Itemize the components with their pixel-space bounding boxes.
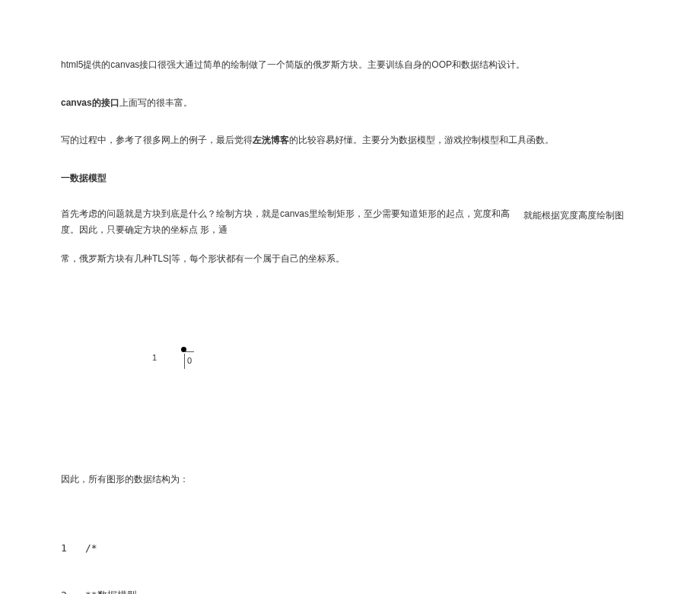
section-1-body-a: 首先考虑的问题就是方块到底是什么？绘制方块，就是canvas里绘制矩形，至少需要… (61, 208, 510, 236)
code-block: 1/* 2**数据模型 3*/ 4 5//各种形状的编 号,0 代表没有形状 6… (61, 509, 639, 594)
section-1-heading: 一数据模型 (61, 172, 639, 185)
intro-p3-a: 写的过程中，参考了很多网上的例子，最后觉得 (61, 135, 253, 145)
intro-paragraph-2: canvas的接口上面写的很丰富。 (61, 95, 639, 112)
code-line: 1/* (61, 541, 639, 557)
intro-paragraph-1: html5提供的canvas接口很强大通过简单的绘制做了一个简版的俄罗斯方块。主… (61, 57, 639, 74)
intro-paragraph-3: 写的过程中，参考了很多网上的例子，最后觉得左洸博客的比较容易好懂。主要分为数据模… (61, 132, 639, 149)
intro-p2-rest: 上面写的很丰富。 (119, 97, 192, 108)
intro-p3-b: 的比较容易好懂。主要分为数据模型，游戏控制模型和工具函数。 (289, 135, 554, 145)
coordinate-figure: 1 0 (61, 289, 639, 441)
axis-label-1: 1 (152, 353, 157, 362)
axis-tick-v (184, 354, 185, 369)
section-1-body-b: 常，俄罗斯方块有几种TLS|等，每个形状都有一个属于自己的坐标系。 (61, 251, 639, 268)
section-1-body: 就能根据宽度高度绘制图 首先考虑的问题就是方块到底是什么？绘制方块，就是canv… (61, 206, 639, 239)
canvas-api-label: canvas的接口 (61, 97, 119, 108)
code-line: 2**数据模型 (61, 588, 639, 594)
axis-tick-h (185, 351, 194, 352)
axis-label-0: 0 (187, 356, 192, 365)
after-figure-text: 因此，所有图形的数据结构为： (61, 472, 639, 488)
side-note: 就能根据宽度高度绘制图 (523, 208, 624, 224)
blog-name: 左洸博客 (253, 135, 289, 145)
